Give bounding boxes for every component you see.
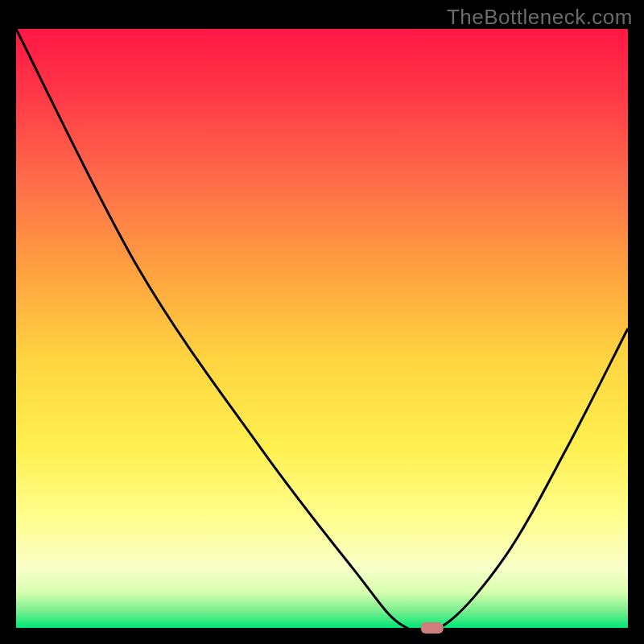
watermark-text: TheBottleneck.com bbox=[447, 5, 633, 30]
optimal-marker bbox=[421, 622, 444, 634]
plot-background bbox=[16, 29, 628, 628]
bottleneck-chart bbox=[0, 0, 644, 644]
chart-frame: TheBottleneck.com bbox=[0, 0, 644, 644]
